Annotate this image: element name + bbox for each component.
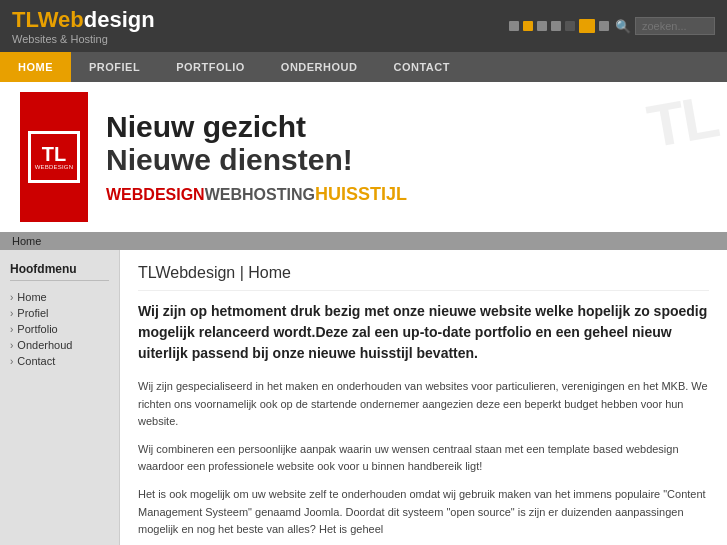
banner-watermark: TL [643,86,722,157]
banner-headline1: Nieuw gezicht [106,110,707,143]
logo-tl: TL [12,7,38,32]
content-para-2: Wij combineren een persoonlijke aanpak w… [138,441,709,476]
search-icon: 🔍 [615,19,631,34]
tag-huisstijl: HUISSTIJL [315,184,407,204]
site-logo[interactable]: TLWebdesign [12,7,155,33]
banner-tagline: WEBDESIGNWEBHOSTINGHUISSTIJL [106,184,707,205]
main-layout: Hoofdmenu › Home › Profiel › Portfolio ›… [0,250,727,545]
banner-logo-tl: TL [42,144,66,164]
sidebar-label-profiel: Profiel [17,307,48,319]
main-nav: HOME PROFIEL PORTFOLIO ONDERHOUD CONTACT [0,52,727,82]
banner-headline2: Nieuwe diensten! [106,143,707,176]
chevron-icon: › [10,308,13,319]
chevron-icon: › [10,356,13,367]
breadcrumb: Home [0,232,727,250]
nav-onderhoud[interactable]: ONDERHOUD [263,52,376,82]
main-content: TLWebdesign | Home Wij zijn op hetmoment… [120,250,727,545]
sidebar: Hoofdmenu › Home › Profiel › Portfolio ›… [0,250,120,545]
toolbar-icon-6[interactable] [579,19,595,33]
toolbar-icons [509,19,609,33]
sidebar-label-portfolio: Portfolio [17,323,57,335]
chevron-icon: › [10,292,13,303]
chevron-icon: › [10,340,13,351]
sidebar-title: Hoofdmenu [10,262,109,281]
content-intro: Wij zijn op hetmoment druk bezig met onz… [138,301,709,364]
toolbar-icon-7[interactable] [599,21,609,31]
sidebar-label-onderhoud: Onderhoud [17,339,72,351]
toolbar-icon-3[interactable] [537,21,547,31]
header: TLWebdesign Websites & Hosting 🔍 [0,0,727,52]
logo-design: design [84,7,155,32]
content-title: TLWebdesign | Home [138,264,709,291]
search-area: 🔍 [615,17,715,35]
sidebar-item-onderhoud[interactable]: › Onderhoud [10,337,109,353]
nav-profiel[interactable]: PROFIEL [71,52,158,82]
hero-banner: TL WEBDESIGN Nieuw gezicht Nieuwe dienst… [0,82,727,232]
search-input[interactable] [635,17,715,35]
sidebar-label-home: Home [17,291,46,303]
tag-webhosting: WEBHOSTING [205,186,315,203]
tag-webdesign: WEBDESIGN [106,186,205,203]
logo-web: Web [38,7,84,32]
toolbar-icon-1[interactable] [509,21,519,31]
sidebar-item-portfolio[interactable]: › Portfolio [10,321,109,337]
logo-area: TLWebdesign Websites & Hosting [12,7,155,45]
banner-logo: TL WEBDESIGN [20,92,88,222]
toolbar-icon-5[interactable] [565,21,575,31]
toolbar-icon-4[interactable] [551,21,561,31]
content-para-3: Het is ook mogelijk om uw website zelf t… [138,486,709,539]
content-para-1: Wij zijn gespecialiseerd in het maken en… [138,378,709,431]
breadcrumb-home[interactable]: Home [12,235,41,247]
chevron-icon: › [10,324,13,335]
header-toolbar: 🔍 [509,17,715,35]
logo-subtitle: Websites & Hosting [12,33,155,45]
sidebar-item-profiel[interactable]: › Profiel [10,305,109,321]
banner-text: Nieuw gezicht Nieuwe diensten! WEBDESIGN… [106,110,707,205]
toolbar-icon-2[interactable] [523,21,533,31]
sidebar-item-contact[interactable]: › Contact [10,353,109,369]
nav-home[interactable]: HOME [0,52,71,82]
sidebar-item-home[interactable]: › Home [10,289,109,305]
tl-logo-box: TL WEBDESIGN [28,131,80,183]
nav-portfolio[interactable]: PORTFOLIO [158,52,263,82]
sidebar-label-contact: Contact [17,355,55,367]
banner-logo-webdesign: WEBDESIGN [35,164,73,170]
nav-contact[interactable]: CONTACT [375,52,467,82]
